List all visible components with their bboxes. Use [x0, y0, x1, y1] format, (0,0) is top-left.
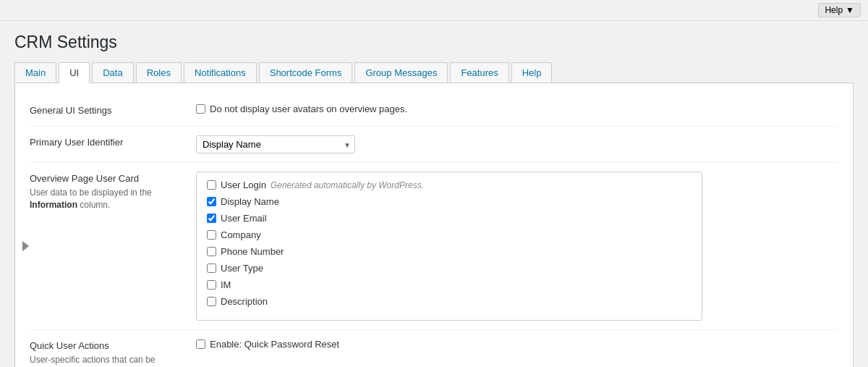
checkbox-user-login[interactable]	[207, 180, 216, 190]
primary-identifier-content: Display Name Username Email ▼	[196, 135, 838, 153]
help-button[interactable]: Help ▼	[818, 3, 861, 17]
user-card-label: Overview Page User Card User data to be …	[30, 172, 182, 211]
tab-features[interactable]: Features	[450, 62, 509, 83]
label-user-email[interactable]: User Email	[221, 213, 267, 224]
quick-password-row: Enable: Quick Password Reset	[196, 339, 838, 350]
label-im[interactable]: IM	[221, 279, 231, 290]
note-user-login: Generated automatically by WordPress.	[271, 180, 424, 190]
general-ui-checkbox-row: Do not display user avatars on overview …	[196, 104, 838, 114]
help-label: Help	[825, 5, 843, 15]
user-card-section: Overview Page User Card User data to be …	[30, 163, 838, 330]
tab-ui[interactable]: UI	[59, 62, 90, 83]
user-card-subtext: User data to be displayed in the Informa…	[30, 187, 182, 211]
tabs-bar: MainUIDataRolesNotificationsShortcode Fo…	[14, 62, 854, 83]
label-phone-number[interactable]: Phone Number	[221, 246, 284, 257]
identifier-select[interactable]: Display Name Username Email	[196, 135, 355, 153]
checkbox-user-email[interactable]	[207, 214, 216, 223]
label-user-type[interactable]: User Type	[221, 263, 263, 274]
label-description[interactable]: Description	[221, 296, 268, 307]
user-card-title: Overview Page User Card	[30, 173, 182, 184]
user-card-item-description: Description	[207, 296, 692, 307]
user-card-item-phone-number: Phone Number	[207, 246, 692, 257]
tab-data[interactable]: Data	[92, 62, 133, 83]
user-card-item-user-login: User LoginGenerated automatically by Wor…	[207, 180, 692, 190]
section-arrow-icon	[22, 241, 29, 251]
user-card-item-im: IM	[207, 279, 692, 290]
quick-actions-label: Quick User Actions User-specific actions…	[30, 339, 182, 367]
user-card-item-user-email: User Email	[207, 213, 692, 224]
quick-actions-subtext: User-specific actions that can be initia…	[30, 354, 182, 367]
user-card-item-display-name: Display Name	[207, 196, 692, 207]
user-card-item-user-type: User Type	[207, 263, 692, 274]
label-display-name[interactable]: Display Name	[221, 196, 279, 207]
identifier-select-wrapper: Display Name Username Email ▼	[196, 135, 355, 153]
general-ui-section: General UI Settings Do not display user …	[30, 95, 838, 127]
checkbox-company[interactable]	[207, 230, 216, 240]
checkbox-im[interactable]	[207, 280, 216, 290]
help-arrow-icon: ▼	[846, 5, 854, 15]
tab-shortcode-forms[interactable]: Shortcode Forms	[259, 62, 353, 83]
label-company[interactable]: Company	[221, 229, 261, 240]
page-title: CRM Settings	[14, 33, 854, 52]
user-card-content: User LoginGenerated automatically by Wor…	[196, 172, 838, 321]
checkbox-description[interactable]	[207, 297, 216, 306]
tab-roles[interactable]: Roles	[136, 62, 182, 83]
tab-notifications[interactable]: Notifications	[184, 62, 257, 83]
general-ui-content: Do not display user avatars on overview …	[196, 104, 838, 117]
tab-main[interactable]: Main	[14, 62, 56, 83]
label-user-login[interactable]: User Login	[221, 180, 266, 190]
top-bar: Help ▼	[0, 0, 868, 21]
user-card-box: User LoginGenerated automatically by Wor…	[196, 172, 702, 321]
quick-password-checkbox[interactable]	[196, 339, 205, 349]
no-avatar-label[interactable]: Do not display user avatars on overview …	[210, 104, 407, 114]
user-card-item-company: Company	[207, 229, 692, 240]
content-area: General UI Settings Do not display user …	[14, 83, 854, 367]
tab-help[interactable]: Help	[511, 62, 553, 83]
primary-identifier-label: Primary User Identifier	[30, 135, 182, 148]
no-avatar-checkbox[interactable]	[196, 104, 205, 114]
quick-actions-section: Quick User Actions User-specific actions…	[30, 330, 838, 367]
checkbox-phone-number[interactable]	[207, 247, 216, 256]
quick-password-label[interactable]: Enable: Quick Password Reset	[210, 339, 339, 350]
tab-group-messages[interactable]: Group Messages	[354, 62, 448, 83]
primary-identifier-section: Primary User Identifier Display Name Use…	[30, 127, 838, 163]
general-ui-label: General UI Settings	[30, 104, 182, 116]
quick-actions-title: Quick User Actions	[30, 340, 182, 351]
quick-actions-content: Enable: Quick Password Reset	[196, 339, 838, 353]
page-container: CRM Settings MainUIDataRolesNotification…	[0, 21, 868, 367]
checkbox-display-name[interactable]	[207, 197, 216, 206]
checkbox-user-type[interactable]	[207, 263, 216, 273]
